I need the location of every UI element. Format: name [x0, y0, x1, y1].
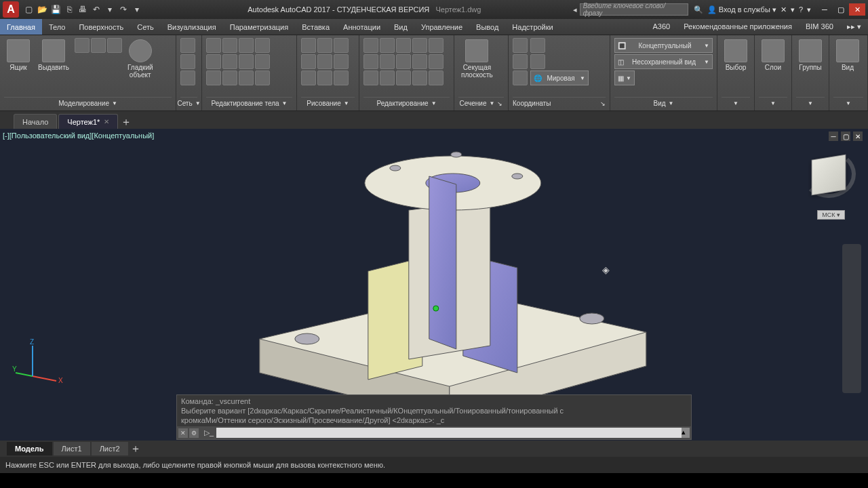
layout-tab-sheet1[interactable]: Лист1 [54, 442, 90, 455]
exchange-icon[interactable]: ✕ [781, 5, 787, 14]
saveas-icon[interactable]: ⎘ [64, 4, 75, 15]
tool-icon[interactable] [429, 38, 443, 53]
panel-title-section[interactable]: Сечение▼↘ [458, 97, 504, 109]
tool-icon[interactable] [396, 70, 411, 85]
print-icon[interactable]: 🖶 [77, 4, 88, 15]
search-prev-icon[interactable]: ◂ [573, 5, 577, 14]
tool-icon[interactable] [396, 38, 411, 53]
tool-icon[interactable] [363, 70, 378, 85]
smooth-button[interactable]: Гладкийобъект [125, 38, 156, 80]
vp-minimize-icon[interactable]: ─ [829, 131, 838, 141]
tab-bim360[interactable]: BIM 360 [799, 22, 840, 30]
app-menu-icon[interactable]: ▾ [791, 5, 795, 14]
panel-title-modeling[interactable]: Моделирование▼ [4, 97, 172, 109]
tool-icon[interactable] [301, 54, 316, 69]
tool-icon[interactable] [222, 38, 237, 53]
tool-icon[interactable] [380, 54, 395, 69]
tool-icon[interactable] [530, 54, 545, 69]
save-icon[interactable]: 💾 [50, 4, 61, 15]
tab-insert[interactable]: Вставка [295, 19, 336, 35]
saved-view-combo[interactable]: ◫ Несохраненный вид▼ [614, 54, 713, 69]
tool-icon[interactable] [380, 38, 395, 53]
viewport[interactable]: [-][Пользовательский вид][Концептуальный… [0, 129, 868, 441]
redo-dd-icon[interactable]: ▾ [132, 4, 142, 15]
tab-a360[interactable]: A360 [646, 22, 677, 30]
tool-icon[interactable] [255, 38, 270, 53]
panel-title-viewlabel[interactable]: Вид▼ [614, 97, 713, 109]
tab-featured[interactable]: Рекомендованные приложения [677, 22, 799, 30]
tool-icon[interactable] [206, 38, 221, 53]
vp-maximize-icon[interactable]: ▢ [841, 131, 850, 141]
cmd-options-icon[interactable]: ⚙ [189, 428, 199, 438]
tool-icon[interactable] [255, 70, 270, 85]
tool-icon[interactable] [239, 54, 254, 69]
tool-icon[interactable] [412, 70, 427, 85]
tool-icon[interactable] [180, 70, 195, 85]
tool-icon[interactable] [317, 38, 332, 53]
tab-mesh[interactable]: Сеть [130, 19, 160, 35]
tab-output[interactable]: Вывод [469, 19, 505, 35]
tool-icon[interactable] [301, 70, 316, 85]
tool-icon[interactable] [91, 38, 106, 53]
box-button[interactable]: Ящик [4, 38, 33, 73]
search-input[interactable]: Введите ключевое слово/фразу [580, 3, 688, 16]
panel-title-solidedit[interactable]: Редактирование тела▼ [206, 97, 292, 109]
tool-icon[interactable] [301, 38, 316, 53]
tool-icon[interactable] [75, 38, 90, 53]
tool-icon[interactable] [513, 38, 528, 53]
view-tool-dd[interactable]: ▦▼ [614, 70, 635, 85]
tool-icon[interactable] [239, 70, 254, 85]
open-icon[interactable]: 📂 [37, 4, 47, 15]
vp-close-icon[interactable]: ✕ [853, 131, 863, 141]
tool-icon[interactable] [180, 54, 195, 69]
minimize-button[interactable]: ─ [816, 3, 833, 16]
section-plane-button[interactable]: Секущаяплоскость [458, 38, 496, 80]
layout-tab-sheet2[interactable]: Лист2 [92, 442, 128, 455]
layers-button[interactable]: Слои [759, 38, 787, 73]
cmd-close-icon[interactable]: ✕ [178, 428, 188, 438]
tool-icon[interactable] [317, 54, 332, 69]
tool-icon[interactable] [334, 70, 349, 85]
ribbon-collapse-icon[interactable]: ▸▸ ▾ [840, 22, 868, 31]
viewport-controls[interactable]: [-][Пользовательский вид][Концептуальный… [3, 131, 154, 140]
help-dd-icon[interactable]: ▾ [807, 5, 811, 14]
ucs-icon[interactable]: X Y Z [12, 339, 66, 393]
tab-render[interactable]: Визуализация [161, 19, 223, 35]
close-button[interactable]: ✕ [849, 3, 865, 16]
panel-title-coords[interactable]: Координаты↘ [513, 97, 606, 109]
undo-icon[interactable]: ↶ [91, 4, 102, 15]
app-logo[interactable]: A [3, 1, 19, 18]
tab-manage[interactable]: Управление [414, 19, 469, 35]
tool-icon[interactable] [429, 70, 443, 85]
file-tab-start[interactable]: Начало [14, 114, 57, 129]
tool-icon[interactable] [530, 38, 545, 53]
new-icon[interactable]: ▢ [23, 4, 34, 15]
groups-button[interactable]: Группы [796, 38, 825, 73]
tool-icon[interactable] [206, 54, 221, 69]
tab-view[interactable]: Вид [387, 19, 414, 35]
panel-title-view[interactable]: ▼ [833, 97, 863, 109]
tab-solid[interactable]: Тело [42, 19, 73, 35]
file-tab-active[interactable]: Чертеж1*✕ [58, 114, 118, 129]
tool-icon[interactable] [334, 54, 349, 69]
view-button[interactable]: Вид [833, 38, 862, 73]
viewcube[interactable] [810, 156, 848, 194]
tool-icon[interactable] [380, 70, 395, 85]
close-tab-icon[interactable]: ✕ [104, 118, 109, 125]
panel-title-groups[interactable]: ▼ [796, 97, 825, 109]
tool-icon[interactable] [107, 38, 122, 53]
navigation-bar[interactable] [842, 244, 861, 393]
layout-tab-model[interactable]: Модель [7, 442, 52, 455]
extrude-button[interactable]: Выдавить [35, 38, 72, 73]
ucs-combo[interactable]: 🌐 Мировая▼ [530, 70, 589, 85]
tool-icon[interactable] [222, 70, 237, 85]
panel-title-mesh[interactable]: Сеть▼ [180, 97, 197, 109]
panel-title-layers[interactable]: ▼ [759, 97, 787, 109]
tab-surface[interactable]: Поверхность [72, 19, 130, 35]
tab-parametric[interactable]: Параметризация [223, 19, 295, 35]
tool-icon[interactable] [363, 54, 378, 69]
tool-icon[interactable] [317, 70, 332, 85]
command-input[interactable] [216, 428, 682, 438]
tool-icon[interactable] [180, 38, 195, 53]
ucs-label-button[interactable]: МСК ▾ [817, 210, 845, 220]
